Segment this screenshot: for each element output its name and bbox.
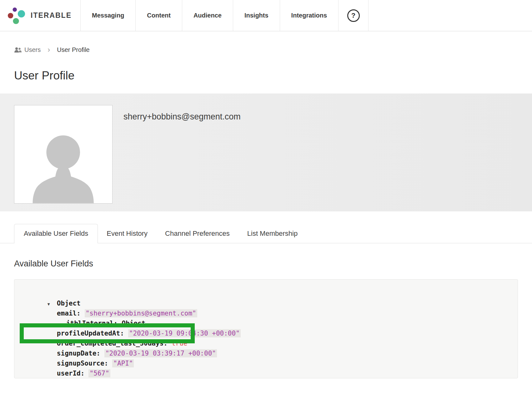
tab-event-history[interactable]: Event History (98, 224, 156, 243)
user-email: sherry+bobbins@segment.com (123, 112, 241, 122)
profile-summary: sherry+bobbins@segment.com (0, 93, 532, 211)
field-value: "API" (112, 359, 134, 367)
nav-item-insights[interactable]: Insights (233, 0, 280, 31)
page-title: User Profile (14, 69, 518, 82)
field-value: "567" (88, 369, 110, 377)
nav-item-audience[interactable]: Audience (182, 0, 233, 31)
tree-root-row: ▼Object (24, 288, 505, 298)
collapse-expanded-icon[interactable]: ▼ (48, 299, 57, 309)
help-button[interactable]: ? (339, 0, 369, 31)
field-value: "2020-03-19 03:39:17 +00:00" (104, 349, 217, 357)
brand-logo[interactable]: ITERABLE (0, 0, 81, 31)
tab-channel-preferences[interactable]: Channel Preferences (156, 224, 238, 243)
breadcrumb-users-label: Users (24, 46, 41, 53)
breadcrumb-current: User Profile (57, 46, 89, 53)
field-key: itblInternal: (66, 320, 118, 327)
users-icon (14, 47, 22, 53)
field-key: profileUpdatedAt: (57, 330, 124, 337)
breadcrumb: Users › User Profile (14, 46, 518, 53)
top-navigation: ITERABLE Messaging Content Audience Insi… (0, 0, 532, 31)
avatar (14, 105, 113, 204)
collapse-collapsed-icon[interactable]: ► (57, 319, 66, 329)
nav-item-messaging[interactable]: Messaging (81, 0, 136, 31)
nav-item-content[interactable]: Content (136, 0, 182, 31)
field-key: order_completed_last_30days: (57, 340, 168, 347)
root-object-label: Object (57, 300, 81, 307)
user-fields-tree: ▼Object email:"sherry+bobbins@segment.co… (14, 279, 518, 378)
profile-tabs: Available User Fields Event History Chan… (0, 224, 532, 243)
nav-item-integrations[interactable]: Integrations (280, 0, 339, 31)
field-key: email: (57, 310, 81, 317)
help-icon: ? (347, 9, 360, 22)
page: ITERABLE Messaging Content Audience Insi… (0, 0, 532, 399)
brand-name: ITERABLE (31, 11, 72, 20)
field-value: "2020-03-19 09:04:30 +00:00" (128, 329, 241, 337)
field-key: userId: (57, 370, 85, 377)
field-key: signupDate: (57, 350, 100, 357)
tab-available-user-fields[interactable]: Available User Fields (14, 224, 98, 243)
field-value: Object (122, 320, 145, 327)
chevron-right-icon: › (48, 46, 50, 53)
field-key: signupSource: (57, 360, 108, 367)
tab-list-membership[interactable]: List Membership (238, 224, 306, 243)
field-value: true (172, 340, 188, 347)
avatar-placeholder-icon (24, 115, 102, 203)
field-value: "sherry+bobbins@segment.com" (85, 309, 197, 317)
section-heading: Available User Fields (14, 259, 518, 269)
tree-row-email: email:"sherry+bobbins@segment.com" (24, 298, 505, 308)
iterable-logo-icon (8, 7, 26, 25)
breadcrumb-users-link[interactable]: Users (14, 46, 41, 53)
